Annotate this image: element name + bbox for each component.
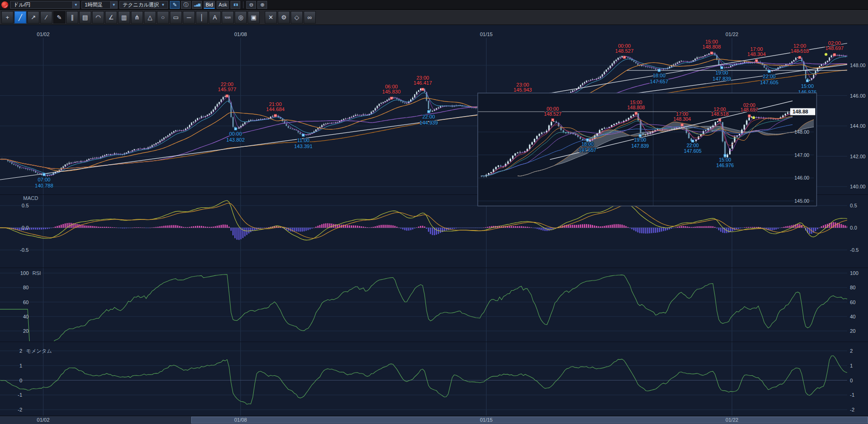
- svg-text:2: 2: [19, 348, 22, 354]
- svg-text:143.802: 143.802: [226, 137, 245, 143]
- svg-text:-1: -1: [18, 392, 22, 398]
- scrollbar-date-label: 01/08: [234, 417, 247, 423]
- bid-label: Bid: [206, 2, 213, 7]
- svg-text:15:00: 15:00: [719, 157, 731, 162]
- svg-text:1: 1: [850, 363, 853, 368]
- crosshair-tool[interactable]: +: [1, 11, 13, 24]
- scrollbar-thumb[interactable]: [191, 417, 868, 424]
- svg-text:146.976: 146.976: [716, 162, 734, 168]
- svg-text:146.00: 146.00: [794, 175, 809, 181]
- svg-text:148.00: 148.00: [850, 62, 866, 68]
- freehand-draw-tool[interactable]: ✎: [53, 11, 65, 24]
- link-tool[interactable]: ∞: [304, 11, 316, 24]
- copy-tool[interactable]: ▣: [248, 11, 260, 24]
- ask-button[interactable]: Ask: [217, 1, 229, 9]
- svg-text:18:00: 18:00: [653, 73, 666, 78]
- technical-select-dropdown[interactable]: テクニカル選択 ▼: [119, 1, 168, 9]
- icon-stamp-tool[interactable]: icon: [222, 11, 234, 24]
- svg-text:19:00: 19:00: [634, 137, 646, 143]
- area-chart-icon[interactable]: ▂▄▆: [192, 1, 202, 9]
- svg-text:60: 60: [850, 299, 856, 305]
- svg-text:148.88: 148.88: [793, 109, 808, 114]
- svg-text:147.657: 147.657: [650, 79, 668, 84]
- svg-text:142.00: 142.00: [850, 154, 866, 159]
- svg-text:01/02: 01/02: [37, 31, 50, 37]
- svg-text:07:00: 07:00: [37, 177, 50, 182]
- svg-text:140.788: 140.788: [35, 183, 53, 188]
- svg-text:148.518: 148.518: [791, 48, 809, 54]
- info-icon[interactable]: ⓘ: [181, 1, 191, 9]
- svg-text:144.939: 144.939: [419, 120, 438, 125]
- zoom-out-icon[interactable]: ⊖: [246, 1, 256, 9]
- fib-arc-tool[interactable]: ◠: [92, 11, 104, 24]
- delete-tool[interactable]: ✕: [265, 11, 277, 24]
- svg-text:00:00: 00:00: [229, 131, 242, 137]
- settings-tool[interactable]: ⚙: [278, 11, 290, 24]
- fx-chart-app: ドル/円 ▼ 1時間足 ▼ テクニカル選択 ▼ ✎ⓘ▂▄▆ Bid Ask ▮▯…: [0, 0, 868, 424]
- scrollbar-date-label: 01/15: [480, 417, 493, 423]
- svg-text:144.684: 144.684: [266, 106, 285, 112]
- svg-text:-2: -2: [850, 407, 855, 412]
- svg-text:146.00: 146.00: [850, 93, 866, 99]
- svg-text:-1: -1: [850, 392, 855, 398]
- svg-text:147.00: 147.00: [794, 152, 809, 158]
- svg-text:148.808: 148.808: [627, 105, 645, 110]
- chart-canvas[interactable]: 07:00140.78822:00145.97700:00143.80221:0…: [0, 25, 868, 416]
- svg-text:146.417: 146.417: [413, 80, 432, 86]
- ray-line-tool[interactable]: ↗: [27, 11, 39, 24]
- toolbar-icon-group-left: ✎ⓘ▂▄▆: [170, 1, 202, 9]
- svg-text:11:00: 11:00: [297, 137, 310, 143]
- fib-retracement-tool[interactable]: ▤: [79, 11, 91, 24]
- trendline-tool[interactable]: ╱: [14, 11, 26, 24]
- ellipse-tool[interactable]: ○: [157, 11, 169, 24]
- timeframe-value: 1時間足: [82, 1, 110, 8]
- svg-text:RSI: RSI: [32, 270, 41, 276]
- inset-zoom-window[interactable]: 00:00148.52718:00147.65715:00148.80819:0…: [478, 93, 829, 206]
- draw-mode-icon[interactable]: ✎: [170, 1, 180, 9]
- extended-line-tool[interactable]: ∕: [40, 11, 52, 24]
- svg-text:0.5: 0.5: [850, 203, 857, 208]
- symbol-dropdown[interactable]: ドル/円 ▼: [10, 1, 80, 9]
- chart-scrollbar[interactable]: 01/0201/0801/1501/22: [0, 416, 868, 424]
- candlestick-chart-icon[interactable]: ▮▯▮: [231, 1, 240, 9]
- svg-text:145.943: 145.943: [513, 87, 532, 93]
- pitchfork-tool[interactable]: ⋔: [131, 11, 143, 24]
- svg-text:80: 80: [850, 285, 856, 290]
- svg-text:19:00: 19:00: [715, 70, 728, 75]
- gann-fan-tool[interactable]: ∠: [105, 11, 117, 24]
- price-label-tool[interactable]: ◎: [235, 11, 247, 24]
- svg-text:148.304: 148.304: [673, 116, 691, 122]
- svg-text:100: 100: [850, 270, 858, 276]
- drawing-toolbar: +╱↗∕✎∥▤◠∠▥⋔△○▭─│Aicon◎▣✕⚙◇∞: [0, 10, 868, 25]
- rectangle-tool[interactable]: ▭: [170, 11, 182, 24]
- triangle-tool[interactable]: △: [144, 11, 156, 24]
- svg-text:148.808: 148.808: [702, 44, 721, 50]
- svg-text:22:00: 22:00: [422, 114, 435, 119]
- inset-last-price-dot: [752, 116, 755, 119]
- svg-text:60: 60: [23, 299, 29, 305]
- scrollbar-date-label: 01/22: [725, 417, 738, 423]
- eraser-tool[interactable]: ◇: [291, 11, 303, 24]
- svg-text:147.605: 147.605: [760, 80, 779, 85]
- svg-text:1: 1: [19, 363, 22, 368]
- timeframe-dropdown[interactable]: 1時間足 ▼: [81, 1, 118, 9]
- vertical-line-tool[interactable]: │: [196, 11, 208, 24]
- svg-text:01/08: 01/08: [234, 31, 247, 37]
- svg-text:20: 20: [850, 328, 856, 334]
- bid-button[interactable]: Bid: [204, 1, 215, 9]
- svg-text:15:00: 15:00: [801, 83, 814, 89]
- svg-text:140.00: 140.00: [850, 184, 866, 189]
- svg-text:148.527: 148.527: [544, 111, 562, 117]
- svg-text:147.839: 147.839: [712, 76, 731, 81]
- svg-text:40: 40: [23, 314, 29, 319]
- toolbar-separator: [243, 1, 244, 8]
- technical-select-label: テクニカル選択: [123, 1, 159, 8]
- text-tool[interactable]: A: [209, 11, 221, 24]
- parallel-lines-tool[interactable]: ∥: [66, 11, 78, 24]
- zoom-in-icon[interactable]: ⊕: [257, 1, 267, 9]
- fib-timezone-tool[interactable]: ▥: [118, 11, 130, 24]
- horizontal-line-tool[interactable]: ─: [183, 11, 195, 24]
- svg-text:40: 40: [850, 314, 856, 319]
- svg-text:144.00: 144.00: [850, 123, 866, 129]
- svg-text:147.657: 147.657: [579, 147, 596, 153]
